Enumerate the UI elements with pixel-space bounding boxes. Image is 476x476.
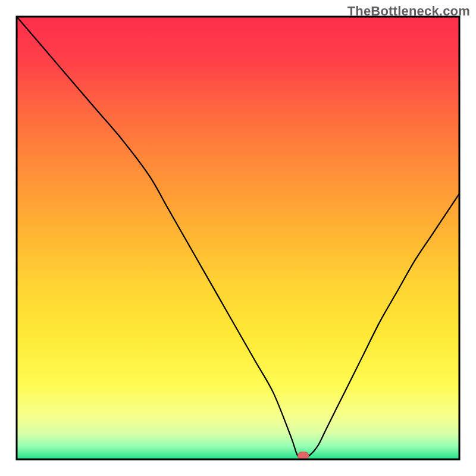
gradient-background bbox=[17, 17, 459, 459]
bottleneck-plot bbox=[0, 0, 476, 476]
chart-stage: TheBottleneck.com bbox=[0, 0, 476, 476]
watermark-label: TheBottleneck.com bbox=[347, 4, 470, 19]
